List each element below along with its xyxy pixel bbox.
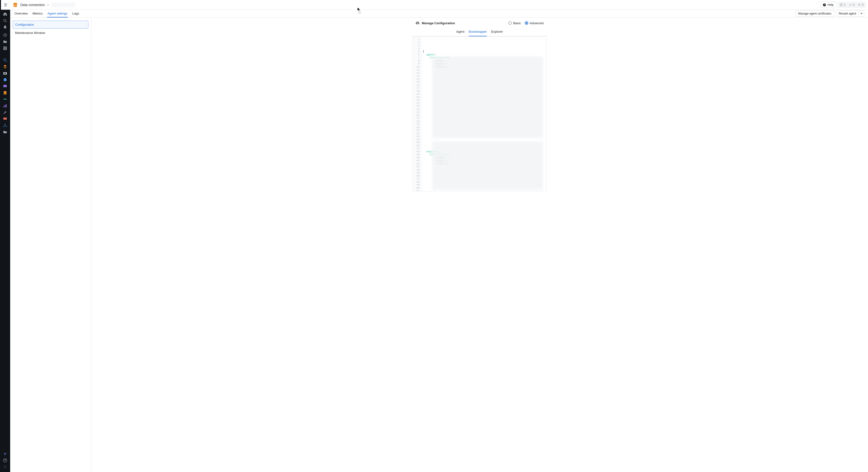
forbidden-icon [358,11,361,14]
caret-down-icon [860,12,863,15]
config-panel: Manage Configuration Basic Advanced [413,18,547,191]
svg-rect-10 [6,49,7,50]
content-area: Manage Configuration Basic Advanced [91,18,868,472]
redacted-block-2 [432,141,543,190]
wrench-app-icon[interactable] [0,109,10,116]
svg-rect-14 [3,85,7,87]
sub-tab-explorer[interactable]: Explorer [491,28,503,36]
svg-rect-24 [4,466,6,468]
expand-rail-button[interactable] [1,0,10,10]
camera-app-icon[interactable] [0,70,10,76]
help-button[interactable]: Help [820,2,836,8]
tab-metrics[interactable]: Metrics [32,10,43,18]
svg-rect-19 [3,118,7,120]
config-sub-tabs: AgentBootstrapperExplorer [413,28,547,36]
header-bar: Data connection Help 0 [10,0,868,10]
settings-sidebar: ConfigurationMaintenance Window [10,18,91,472]
svg-rect-7 [6,48,7,49]
refresh-status[interactable]: 0 [838,2,847,7]
mode-basic-radio[interactable]: Basic [508,21,521,25]
sub-tab-bootstrapper[interactable]: Bootstrapper [469,28,487,36]
radio-dot [525,21,528,25]
folder2-app-icon[interactable] [0,129,10,135]
success-count: 0 [853,3,855,6]
restart-agent-button[interactable]: Restart agent [836,10,859,17]
magnify-app-icon[interactable] [0,57,10,63]
svg-point-22 [6,126,7,127]
home-icon[interactable] [0,11,10,17]
present-app-icon[interactable] [0,116,10,122]
check-icon [849,3,852,6]
help-rail-icon[interactable] [0,457,10,464]
svg-rect-5 [3,48,4,49]
svg-point-20 [5,124,6,125]
tabs-row: OverviewMetricsAgent settingsLogs Manage… [10,10,868,18]
svg-rect-18 [6,104,6,107]
error-status[interactable]: 0 [857,2,865,7]
refresh-icon [840,3,843,6]
svg-point-27 [416,23,416,24]
breadcrumb-current-redacted [51,3,75,7]
svg-rect-8 [3,49,4,50]
svg-rect-2 [3,47,4,48]
stack-app-icon[interactable] [0,63,10,70]
editor-code[interactable]: agent: tlsProtocols: - TLSv1 - TLSv1.1 -… [422,37,547,191]
mode-advanced-radio[interactable]: Advanced [525,21,544,25]
svg-point-11 [4,59,6,61]
error-count: 0 [862,3,864,6]
manage-agent-certificates-button[interactable]: Manage agent certificates [796,10,834,17]
left-nav-rail [0,0,10,472]
svg-point-13 [4,73,6,74]
graph-app-icon[interactable] [0,122,10,129]
chevron-right-icon [47,3,49,7]
logo-icon[interactable] [0,450,10,457]
avatar-icon[interactable] [0,464,10,470]
folder-icon[interactable] [0,38,10,45]
sub-tab-agent[interactable]: Agent [456,28,465,36]
breadcrumb-root[interactable]: Data connection [20,3,45,7]
sidebar-item-configuration[interactable]: Configuration [12,21,88,29]
breadcrumb: Data connection [20,3,75,7]
svg-rect-17 [5,105,6,107]
restart-agent-label: Restart agent [839,12,856,15]
tab-logs[interactable]: Logs [72,10,80,18]
x-icon [858,3,861,6]
cube-app-icon[interactable] [0,76,10,83]
panel-header: Manage Configuration Basic Advanced [413,18,547,28]
main-area: Data connection Help 0 [10,0,868,472]
mode-basic-label: Basic [513,21,521,25]
radio-dot [508,21,512,25]
svg-rect-16 [4,106,4,107]
search-icon[interactable] [0,17,10,24]
svg-rect-9 [5,49,6,50]
tab-overview[interactable]: Overview [14,10,28,18]
svg-rect-4 [6,47,7,48]
svg-point-29 [418,23,419,24]
editor-gutter: 1234567891011121314151617181920212223242… [413,37,422,191]
svg-rect-3 [5,47,6,48]
svg-point-21 [3,126,4,127]
tab-agent-settings[interactable]: Agent settings [47,10,68,18]
sidebar-item-maintenance-window[interactable]: Maintenance Window [12,29,88,37]
svg-rect-6 [5,48,6,49]
yaml-editor[interactable]: 1234567891011121314151617181920212223242… [413,36,547,191]
bell-icon[interactable] [0,24,10,30]
monitor-app-icon[interactable] [0,83,10,89]
panel-title: Manage Configuration [422,21,455,25]
body: ConfigurationMaintenance Window Manage C… [10,18,868,472]
success-status[interactable]: 0 [847,2,856,7]
restart-agent-dropdown[interactable] [859,10,864,17]
pipeline-app-icon[interactable] [0,96,10,102]
history-icon[interactable] [0,32,10,38]
svg-point-28 [417,22,418,23]
chart-app-icon[interactable] [0,102,10,109]
mode-advanced-label: Advanced [530,21,544,25]
sliders-icon [415,21,420,25]
manage-certs-label: Manage agent certificates [798,12,831,15]
help-button-label: Help [828,3,834,6]
status-group: 0 0 0 [838,2,866,8]
database-icon [10,2,20,7]
apps-icon[interactable] [0,45,10,51]
refresh-count: 0 [844,3,845,6]
database-app-icon[interactable] [0,89,10,96]
